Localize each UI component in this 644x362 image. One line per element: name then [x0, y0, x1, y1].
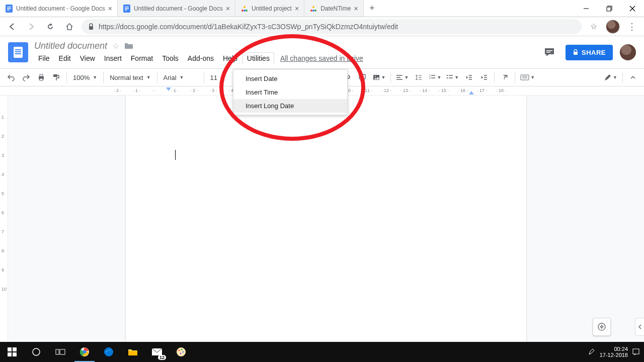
taskbar-chrome[interactable]	[72, 342, 97, 362]
system-tray[interactable]: 00:24 17-12-2018	[588, 346, 644, 358]
tab-close-icon[interactable]: ×	[354, 5, 358, 13]
pen-tray-icon[interactable]	[588, 348, 596, 356]
svg-point-15	[312, 10, 314, 12]
vertical-ruler[interactable]: 12345678910	[0, 96, 8, 342]
menu-addons[interactable]: Add-ons	[184, 53, 218, 64]
dropdown-item-insert-long-date[interactable]: Insert Long Date	[233, 99, 347, 113]
comments-icon[interactable]	[540, 43, 558, 61]
svg-rect-7	[125, 10, 127, 11]
taskbar-mail[interactable]: 12	[145, 342, 169, 362]
back-button[interactable]	[5, 20, 19, 34]
tab-close-icon[interactable]: ×	[108, 5, 112, 13]
tab-close-icon[interactable]: ×	[226, 5, 230, 13]
chevron-down-icon: ▼	[454, 75, 459, 80]
task-view-button[interactable]	[48, 342, 72, 362]
insert-comment-button[interactable]: +	[355, 70, 369, 84]
svg-rect-69	[128, 351, 137, 355]
browser-tab-0[interactable]: Untitled document - Google Docs ×	[0, 0, 118, 17]
font-select[interactable]: Arial▼	[160, 70, 201, 84]
undo-button[interactable]	[4, 70, 18, 84]
browser-tab-1[interactable]: Untitled document - Google Docs ×	[118, 0, 235, 17]
lock-icon	[88, 23, 95, 30]
dropdown-item-insert-time[interactable]: Insert Time	[233, 85, 347, 99]
paint-format-button[interactable]	[49, 70, 63, 84]
profile-avatar[interactable]	[606, 20, 620, 34]
chevron-down-icon: ▼	[530, 75, 535, 80]
tab-title: DateNTime	[320, 5, 351, 12]
bookmark-star-icon[interactable]: ☆	[587, 20, 601, 34]
menu-insert[interactable]: Insert	[100, 53, 126, 64]
align-button[interactable]: ▼	[394, 70, 411, 84]
document-title[interactable]: Untitled document	[34, 41, 107, 51]
editing-mode-button[interactable]: ▼	[602, 70, 619, 84]
star-document-icon[interactable]: ☆	[112, 41, 119, 51]
reload-button[interactable]	[43, 20, 57, 34]
menu-view[interactable]: View	[76, 53, 99, 64]
svg-rect-27	[40, 78, 43, 80]
svg-point-9	[244, 6, 246, 8]
menubar: File Edit View Insert Format Tools Add-o…	[34, 52, 363, 64]
taskbar-paint[interactable]	[169, 342, 193, 362]
zoom-select[interactable]: 100%▼	[70, 70, 100, 84]
start-button[interactable]	[0, 342, 24, 362]
docs-logo-icon[interactable]	[8, 42, 28, 62]
svg-rect-6	[125, 8, 129, 9]
chrome-menu-button[interactable]: ⋮	[625, 20, 639, 34]
increase-indent-button[interactable]	[477, 70, 491, 84]
decrease-indent-button[interactable]	[462, 70, 476, 84]
window-close-button[interactable]	[621, 0, 644, 17]
taskbar-file-explorer[interactable]	[121, 342, 145, 362]
print-button[interactable]	[34, 70, 48, 84]
svg-rect-22	[546, 50, 552, 51]
tab-title: Untitled project	[252, 5, 292, 12]
browser-titlebar: Untitled document - Google Docs × Untitl…	[0, 0, 644, 17]
menu-tools[interactable]: Tools	[158, 53, 183, 64]
collapse-toolbar-button[interactable]	[626, 70, 640, 84]
document-canvas[interactable]	[8, 96, 644, 342]
input-tools-button[interactable]: ▼	[518, 70, 537, 84]
side-panel-toggle[interactable]	[635, 318, 644, 336]
account-avatar[interactable]	[620, 44, 636, 60]
svg-rect-65	[60, 349, 65, 354]
move-folder-icon[interactable]	[124, 42, 133, 50]
forward-button[interactable]	[24, 20, 38, 34]
explore-button[interactable]	[593, 318, 611, 336]
document-workspace: 12345678910	[0, 96, 644, 342]
save-status[interactable]: All changes saved in Drive	[280, 54, 363, 62]
home-button[interactable]	[62, 20, 76, 34]
chevron-down-icon: ▼	[146, 75, 151, 80]
menu-file[interactable]: File	[34, 53, 54, 64]
insert-image-button[interactable]: ▼	[370, 70, 388, 84]
paragraph-style-select[interactable]: Normal text▼	[107, 70, 153, 84]
window-restore-button[interactable]	[598, 0, 621, 17]
share-button[interactable]: SHARE	[566, 45, 613, 60]
menu-help[interactable]: Help	[219, 53, 242, 64]
clear-formatting-button[interactable]: T	[498, 70, 512, 84]
url-text: https://docs.google.com/document/d/1aBek…	[99, 23, 398, 31]
address-bar[interactable]: https://docs.google.com/document/d/1aBek…	[82, 19, 582, 34]
bulleted-list-button[interactable]: ▼	[444, 70, 461, 84]
line-spacing-button[interactable]	[412, 70, 426, 84]
document-page[interactable]	[126, 96, 526, 342]
cortana-button[interactable]	[24, 342, 48, 362]
numbered-list-button[interactable]: 12▼	[427, 70, 443, 84]
svg-text:2: 2	[429, 76, 431, 79]
svg-point-13	[312, 6, 314, 8]
window-minimize-button[interactable]	[575, 0, 598, 17]
chevron-down-icon: ▼	[93, 75, 97, 80]
svg-rect-76	[633, 349, 639, 354]
menu-format[interactable]: Format	[127, 53, 157, 64]
action-center-icon[interactable]	[632, 348, 640, 356]
new-tab-button[interactable]: +	[364, 0, 381, 17]
menu-edit[interactable]: Edit	[55, 53, 75, 64]
menu-utilities[interactable]: Utilities	[243, 52, 274, 64]
tab-close-icon[interactable]: ×	[295, 5, 299, 13]
svg-point-63	[33, 348, 40, 355]
redo-button[interactable]	[19, 70, 33, 84]
docs-favicon-icon	[5, 5, 13, 13]
browser-tab-2[interactable]: Untitled project ×	[235, 0, 304, 17]
font-size-input[interactable]: 11	[207, 70, 222, 84]
taskbar-edge[interactable]	[97, 342, 121, 362]
browser-tab-3[interactable]: DateNTime ×	[304, 0, 363, 17]
dropdown-item-insert-date[interactable]: Insert Date	[233, 72, 347, 85]
